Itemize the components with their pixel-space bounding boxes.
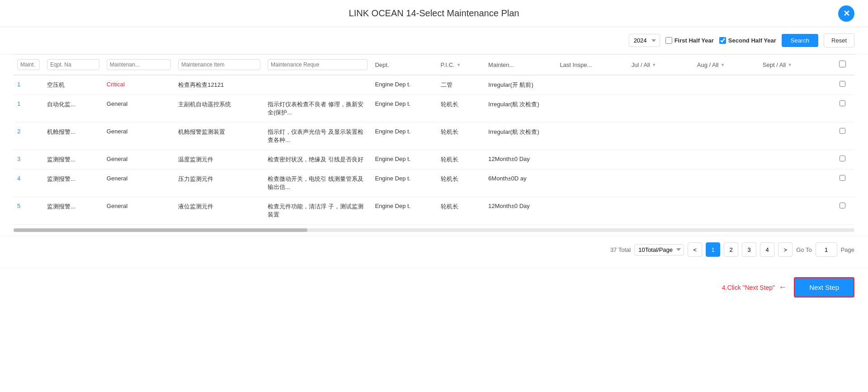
cell-req: 检查密封状况，绝缘及 引线是否良好 [264, 150, 371, 170]
cell-checkbox[interactable] [830, 123, 854, 150]
cell-item: 液位监测元件 [175, 197, 264, 225]
scrollbar-thumb[interactable] [14, 228, 307, 232]
next-step-hint: 4.Click "Next Step" ← [722, 283, 787, 292]
cell-sept [759, 75, 830, 95]
next-step-button[interactable]: Next Step [794, 277, 854, 298]
cell-item: 主副机自动遥控系统 [175, 95, 264, 123]
col-header-dept: Dept. [371, 55, 437, 76]
cell-maintenan: General [103, 170, 175, 197]
year-select[interactable]: 2024 2023 2025 [629, 34, 660, 47]
cell-item: 压力监测元件 [175, 170, 264, 197]
page-4-button[interactable]: 4 [760, 242, 774, 257]
col-header-req [264, 55, 371, 76]
col-header-eqpt [43, 55, 103, 76]
col-header-maint2: Mainten... [485, 55, 556, 76]
table-row: 2 机舱报警... General 机舱报警监测装置 指示灯，仪表声光信号 及显… [14, 123, 854, 150]
goto-input[interactable] [816, 242, 837, 257]
cell-item: 检查再检查12121 [175, 75, 264, 95]
col-header-aug[interactable]: Aug / All ▼ [693, 55, 759, 76]
second-half-year-label[interactable]: Second Half Year [719, 37, 776, 44]
filter-num[interactable] [17, 59, 40, 70]
cell-pic: 轮机长 [437, 123, 485, 150]
cell-last [556, 75, 627, 95]
cell-num[interactable]: 1 [14, 95, 43, 123]
page-next-button[interactable]: > [778, 242, 793, 257]
cell-dept: Engine Dep t. [371, 150, 437, 170]
cell-maintenan: General [103, 123, 175, 150]
row-checkbox[interactable] [840, 203, 845, 208]
pagination-total: 37 Total [610, 246, 631, 253]
cell-aug [693, 75, 759, 95]
page-1-button[interactable]: 1 [706, 242, 720, 257]
pagination-bar: 37 Total 10Total/Page 20Total/Page 50Tot… [0, 236, 868, 263]
cell-checkbox[interactable] [830, 170, 854, 197]
col-header-sept[interactable]: Sept / All ▼ [759, 55, 830, 76]
maintenance-table: Dept. P.I.C. ▼ Mainten... Last Inspe... [14, 54, 854, 225]
col-header-maintenan [103, 55, 175, 76]
table-header-row: Dept. P.I.C. ▼ Mainten... Last Inspe... [14, 55, 854, 76]
cell-checkbox[interactable] [830, 75, 854, 95]
cell-maintenan: General [103, 95, 175, 123]
cell-pic: 轮机长 [437, 150, 485, 170]
cell-checkbox[interactable] [830, 150, 854, 170]
cell-last [556, 150, 627, 170]
col-header-num [14, 55, 43, 76]
cell-req [264, 75, 371, 95]
cell-num[interactable]: 2 [14, 123, 43, 150]
cell-eqpt: 监测报警... [43, 170, 103, 197]
filter-req[interactable] [268, 59, 368, 70]
cell-pic: 二管 [437, 75, 485, 95]
second-half-year-checkbox[interactable] [719, 37, 726, 44]
cell-last [556, 197, 627, 225]
horizontal-scrollbar[interactable] [0, 225, 868, 236]
filter-maintenan[interactable] [107, 59, 171, 70]
cell-aug [693, 170, 759, 197]
page-size-select[interactable]: 10Total/Page 20Total/Page 50Total/Page [634, 244, 684, 255]
cell-sept [759, 197, 830, 225]
close-button[interactable]: ✕ [838, 5, 854, 22]
search-button[interactable]: Search [782, 34, 818, 47]
cell-maint2: 12Month±0 Day [485, 197, 556, 225]
cell-dept: Engine Dep t. [371, 75, 437, 95]
select-all-checkbox[interactable] [839, 61, 846, 67]
first-half-year-label[interactable]: First Half Year [665, 37, 714, 44]
row-checkbox[interactable] [840, 81, 845, 87]
page-title: LINK OCEAN 14-Select Maintenance Plan [349, 8, 519, 19]
row-checkbox[interactable] [840, 156, 845, 161]
cell-sept [759, 150, 830, 170]
cell-last [556, 170, 627, 197]
cell-checkbox[interactable] [830, 95, 854, 123]
col-header-jul[interactable]: Jul / All ▼ [628, 55, 693, 76]
page-prev-button[interactable]: < [688, 242, 702, 257]
cell-eqpt: 监测报警... [43, 197, 103, 225]
page-3-button[interactable]: 3 [742, 242, 756, 257]
cell-num[interactable]: 4 [14, 170, 43, 197]
page-label: Page [841, 246, 854, 253]
cell-pic: 轮机长 [437, 197, 485, 225]
first-half-year-checkbox[interactable] [665, 37, 672, 44]
cell-num[interactable]: 5 [14, 197, 43, 225]
col-header-select-all[interactable] [830, 55, 854, 76]
page-2-button[interactable]: 2 [724, 242, 738, 257]
cell-aug [693, 197, 759, 225]
filter-item[interactable] [178, 59, 260, 70]
cell-num[interactable]: 1 [14, 75, 43, 95]
row-checkbox[interactable] [840, 100, 845, 106]
col-header-item [175, 55, 264, 76]
filter-eqpt[interactable] [47, 59, 99, 70]
col-header-pic[interactable]: P.I.C. ▼ [437, 55, 485, 76]
cell-req: 指示灯仪表检查不良者 修理，换新安全(保护... [264, 95, 371, 123]
table-row: 1 自动化监... General 主副机自动遥控系统 指示灯仪表检查不良者 修… [14, 95, 854, 123]
cell-jul [628, 95, 693, 123]
table-row: 5 监测报警... General 液位监测元件 检查元件功能，清洁浮 子，测试… [14, 197, 854, 225]
cell-dept: Engine Dep t. [371, 197, 437, 225]
page-header: LINK OCEAN 14-Select Maintenance Plan ✕ [0, 0, 868, 27]
cell-aug [693, 150, 759, 170]
row-checkbox[interactable] [840, 175, 845, 181]
cell-checkbox[interactable] [830, 197, 854, 225]
cell-jul [628, 170, 693, 197]
reset-button[interactable]: Reset [824, 33, 854, 47]
row-checkbox[interactable] [840, 128, 845, 134]
cell-dept: Engine Dep t. [371, 123, 437, 150]
cell-num[interactable]: 3 [14, 150, 43, 170]
